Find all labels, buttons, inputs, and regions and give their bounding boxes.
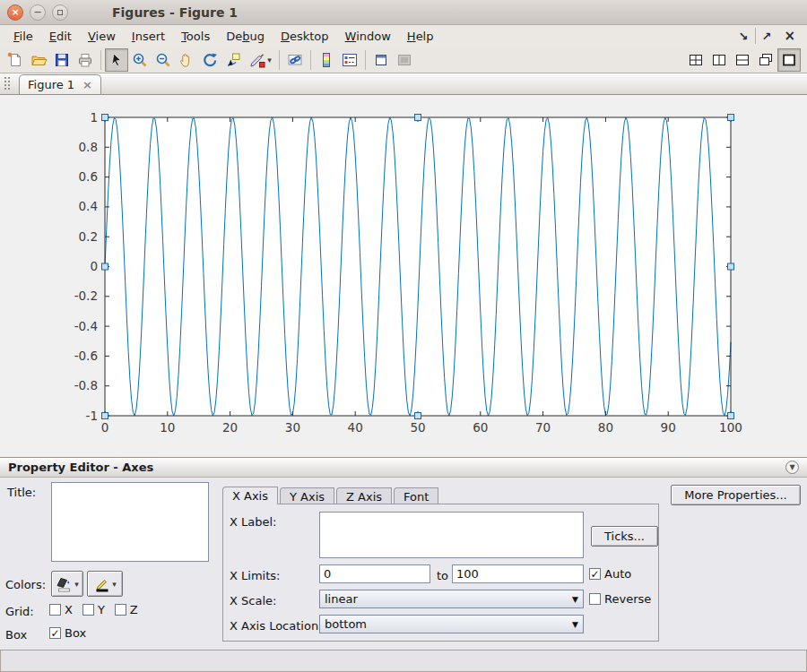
drag-handle[interactable] bbox=[4, 76, 10, 90]
selection-handle[interactable] bbox=[728, 413, 734, 419]
title-bar: × − Figures - Figure 1 bbox=[0, 0, 807, 25]
dock-arrow-icon[interactable]: ↘ bbox=[733, 30, 755, 43]
collapse-panel-button[interactable]: ▼ bbox=[785, 461, 799, 474]
x-scale-select[interactable]: linear ▼ bbox=[319, 590, 584, 608]
selection-handle[interactable] bbox=[728, 115, 734, 121]
fill-color-button[interactable]: ▾ bbox=[51, 571, 83, 597]
x-limit-min-input[interactable] bbox=[319, 564, 430, 583]
insert-legend-button[interactable] bbox=[338, 48, 361, 72]
window-maximize-button[interactable] bbox=[52, 4, 68, 21]
ticks-button[interactable]: Ticks... bbox=[591, 526, 658, 547]
x-axis-tab-panel: X Label: Ticks... X Limits: to ✓Auto X S… bbox=[222, 504, 659, 642]
line-color-button[interactable]: ▾ bbox=[87, 571, 123, 597]
tab-z-axis[interactable]: Z Axis bbox=[336, 487, 392, 504]
zoom-in-icon bbox=[131, 51, 149, 69]
save-figure-button[interactable] bbox=[50, 48, 74, 72]
layout-split-vertical-button[interactable] bbox=[707, 48, 731, 72]
layout-cascade-button[interactable] bbox=[754, 48, 777, 72]
layout-split-horizontal-button[interactable] bbox=[731, 48, 754, 72]
toolbar-separator bbox=[365, 50, 366, 70]
more-properties-button[interactable]: More Properties... bbox=[671, 485, 801, 505]
property-editor-header: Property Editor - Axes ▼ bbox=[0, 457, 807, 478]
property-editor-panel: Property Editor - Axes ▼ Title: Colors: … bbox=[0, 457, 807, 650]
insert-colorbar-button[interactable] bbox=[315, 48, 338, 72]
legend-icon bbox=[341, 51, 359, 69]
brush-dropdown-icon[interactable]: ▾ bbox=[267, 56, 272, 65]
pan-button[interactable] bbox=[175, 48, 198, 72]
split-horizontal-icon bbox=[733, 51, 751, 69]
hide-plot-tools-button[interactable] bbox=[369, 48, 393, 72]
selection-handle[interactable] bbox=[728, 263, 734, 270]
box-checkbox[interactable]: ✓ bbox=[49, 627, 61, 639]
data-cursor-button[interactable] bbox=[221, 48, 245, 72]
x-tick-label: 40 bbox=[348, 420, 363, 435]
toolbar-separator bbox=[279, 50, 280, 70]
menu-items: FileEditViewInsertToolsDebugDesktopWindo… bbox=[5, 28, 442, 45]
zoom-out-button[interactable] bbox=[152, 48, 175, 72]
grid-z-checkbox[interactable] bbox=[115, 604, 126, 616]
menu-tools[interactable]: Tools bbox=[173, 28, 218, 45]
save-icon bbox=[53, 51, 71, 69]
selection-handle[interactable] bbox=[102, 115, 108, 121]
layout-single-maximized-button[interactable] bbox=[777, 48, 801, 72]
grid-y-checkbox[interactable] bbox=[82, 604, 94, 616]
tab-x-axis[interactable]: X Axis bbox=[222, 487, 278, 504]
new-figure-icon bbox=[6, 51, 24, 69]
x-tick-label: 10 bbox=[160, 420, 175, 435]
figure-canvas[interactable]: 0102030405060708090100-1-0.8-0.6-0.4-0.2… bbox=[0, 95, 807, 457]
x-axis-location-select[interactable]: bottom ▼ bbox=[319, 615, 584, 633]
x-tick-label: 60 bbox=[473, 420, 488, 435]
chevron-down-icon: ▼ bbox=[572, 620, 578, 629]
reverse-checkbox[interactable] bbox=[589, 593, 601, 605]
x-limit-max-input[interactable] bbox=[452, 564, 584, 583]
window-close-button[interactable]: × bbox=[7, 4, 23, 21]
zoom-in-button[interactable] bbox=[128, 48, 152, 72]
selection-handle[interactable] bbox=[415, 413, 421, 419]
tab-font[interactable]: Font bbox=[394, 487, 438, 504]
axes-plot[interactable]: 0102030405060708090100-1-0.8-0.6-0.4-0.2… bbox=[0, 95, 807, 457]
brush-data-button[interactable]: ▾ bbox=[245, 48, 275, 72]
grid-2x2-icon bbox=[687, 51, 705, 69]
tab-close-icon[interactable]: × bbox=[82, 79, 92, 90]
x-tick-label: 0 bbox=[101, 420, 109, 435]
menu-view[interactable]: View bbox=[80, 28, 124, 45]
window-title: Figures - Figure 1 bbox=[112, 5, 238, 20]
print-figure-button[interactable] bbox=[74, 48, 97, 72]
link-plot-button[interactable] bbox=[283, 48, 307, 72]
menu-right-controls: ↘ ↗ × bbox=[733, 28, 802, 44]
line-color-dropdown-icon[interactable]: ▾ bbox=[112, 580, 117, 589]
tab-y-axis[interactable]: Y Axis bbox=[280, 487, 334, 504]
plot-tools-window-icon bbox=[372, 51, 390, 69]
axes-title-input[interactable] bbox=[51, 482, 209, 562]
box-checkbox-label: Box bbox=[65, 626, 86, 640]
menu-window[interactable]: Window bbox=[337, 28, 399, 45]
undock-arrow-icon[interactable]: ↗ bbox=[756, 30, 778, 43]
edit-plot-button[interactable] bbox=[105, 48, 128, 72]
y-tick-label: 0.4 bbox=[79, 199, 98, 213]
layout-grid-2x2-button[interactable] bbox=[684, 48, 707, 72]
rotate-3d-button[interactable] bbox=[198, 48, 221, 72]
close-icon[interactable]: × bbox=[777, 28, 802, 44]
menu-help[interactable]: Help bbox=[399, 28, 442, 45]
x-tick-label: 20 bbox=[222, 420, 238, 435]
selection-handle[interactable] bbox=[415, 115, 421, 121]
menu-file[interactable]: File bbox=[5, 28, 41, 45]
new-figure-button[interactable] bbox=[4, 48, 27, 72]
auto-checkbox[interactable]: ✓ bbox=[589, 568, 601, 580]
window-minimize-button[interactable]: − bbox=[30, 4, 46, 21]
menu-debug[interactable]: Debug bbox=[218, 28, 273, 45]
selection-handle[interactable] bbox=[102, 263, 108, 270]
x-tick-label: 30 bbox=[285, 420, 300, 435]
dock-figure-button[interactable] bbox=[393, 48, 416, 72]
grid-x-checkbox[interactable] bbox=[49, 604, 61, 616]
property-editor-title: Property Editor - Axes bbox=[8, 461, 153, 474]
menu-desktop[interactable]: Desktop bbox=[273, 28, 337, 45]
menu-edit[interactable]: Edit bbox=[41, 28, 80, 45]
plot-background[interactable] bbox=[105, 117, 731, 416]
tab-figure-1[interactable]: Figure 1 × bbox=[19, 74, 101, 94]
x-label-input[interactable] bbox=[319, 512, 584, 558]
open-file-button[interactable] bbox=[27, 48, 50, 72]
menu-insert[interactable]: Insert bbox=[124, 28, 173, 45]
fill-color-dropdown-icon[interactable]: ▾ bbox=[74, 580, 79, 589]
selection-handle[interactable] bbox=[102, 413, 108, 419]
